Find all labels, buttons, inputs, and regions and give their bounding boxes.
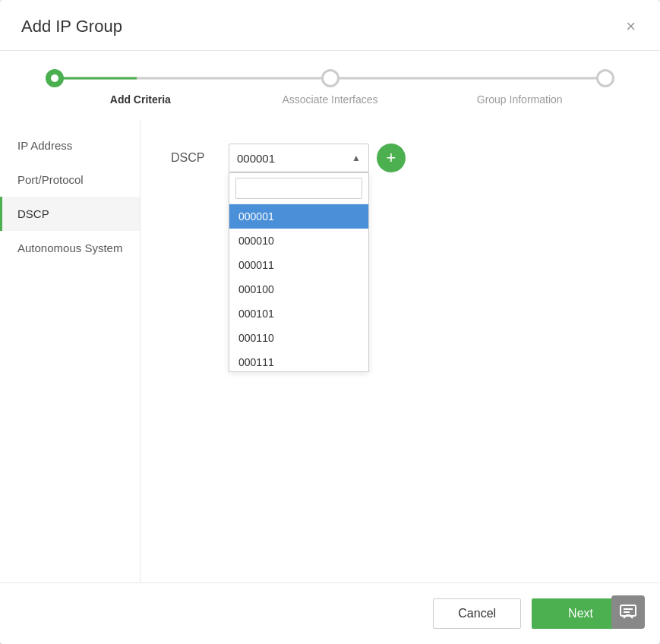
svg-rect-0 bbox=[621, 605, 636, 616]
chat-icon bbox=[619, 603, 637, 621]
dialog-footer: Cancel Next bbox=[0, 582, 660, 644]
main-content: DSCP 000001 ▲ 000001 bbox=[141, 121, 660, 582]
dscp-label: DSCP bbox=[171, 144, 216, 165]
dropdown-item-000111[interactable]: 000111 bbox=[229, 350, 368, 371]
sidebar-item-autonomous-system[interactable]: Autonomous System bbox=[0, 231, 140, 265]
dropdown-item-000001[interactable]: 000001 bbox=[229, 204, 368, 229]
close-button[interactable]: × bbox=[623, 15, 639, 38]
sidebar: IP Address Port/Protocol DSCP Autonomous… bbox=[0, 121, 141, 582]
sidebar-item-port-protocol[interactable]: Port/Protocol bbox=[0, 163, 140, 197]
sidebar-item-dscp[interactable]: DSCP bbox=[0, 197, 140, 231]
stepper-step-2[interactable] bbox=[321, 69, 339, 87]
dropdown-item-000100[interactable]: 000100 bbox=[229, 277, 368, 301]
dscp-select-container: 000001 ▲ 000001 000010 000011 0001 bbox=[229, 144, 369, 172]
cancel-button[interactable]: Cancel bbox=[433, 598, 521, 629]
stepper-labels: Add Criteria Associate Interfaces Group … bbox=[46, 87, 614, 106]
chat-icon-button[interactable] bbox=[611, 595, 645, 629]
sidebar-item-ip-address[interactable]: IP Address bbox=[0, 128, 140, 163]
add-dscp-button[interactable]: + bbox=[377, 144, 406, 172]
stepper-label-3: Group Information bbox=[425, 93, 614, 106]
dscp-control: 000001 ▲ 000001 000010 000011 0001 bbox=[229, 144, 406, 172]
stepper-step-1[interactable] bbox=[46, 69, 64, 87]
select-arrow-icon: ▲ bbox=[352, 153, 361, 163]
dropdown-item-000101[interactable]: 000101 bbox=[229, 301, 368, 326]
dropdown-item-000010[interactable]: 000010 bbox=[229, 229, 368, 253]
stepper-step-3[interactable] bbox=[596, 69, 614, 87]
dscp-select-display[interactable]: 000001 ▲ bbox=[229, 144, 369, 172]
add-ip-group-dialog: Add IP Group × Add Criteria Associate In… bbox=[0, 0, 660, 644]
dscp-selected-value: 000001 bbox=[237, 152, 275, 165]
stepper-label-2: Associate Interfaces bbox=[235, 93, 425, 106]
stepper-label-1: Add Criteria bbox=[46, 93, 235, 106]
dropdown-item-000011[interactable]: 000011 bbox=[229, 253, 368, 277]
dialog-header: Add IP Group × bbox=[0, 0, 660, 51]
stepper-track-container bbox=[46, 69, 614, 87]
dropdown-search-area bbox=[229, 173, 368, 204]
dialog-title: Add IP Group bbox=[21, 17, 122, 36]
stepper: Add Criteria Associate Interfaces Group … bbox=[0, 51, 660, 106]
dropdown-item-000110[interactable]: 000110 bbox=[229, 326, 368, 350]
dropdown-list: 000001 000010 000011 000100 000101 00011… bbox=[229, 204, 368, 371]
dropdown-search-input[interactable] bbox=[235, 178, 362, 199]
dscp-row: DSCP 000001 ▲ 000001 bbox=[171, 144, 630, 172]
content-area: IP Address Port/Protocol DSCP Autonomous… bbox=[0, 106, 660, 582]
dscp-dropdown: 000001 000010 000011 000100 000101 00011… bbox=[229, 172, 369, 372]
